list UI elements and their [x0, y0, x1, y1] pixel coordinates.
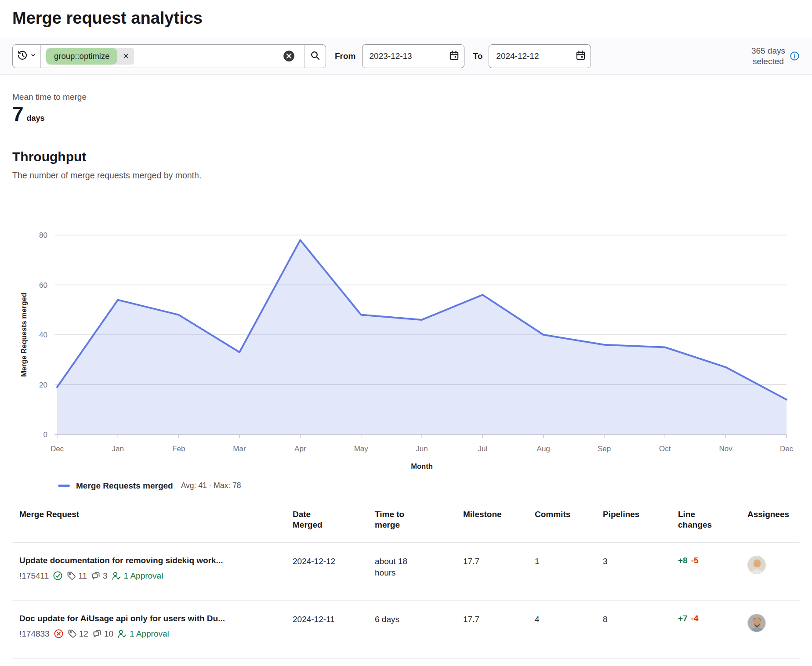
- filter-token-value: group::optimize: [46, 48, 117, 65]
- merge-request-table: Merge Request Date Merged Time to merge …: [12, 509, 800, 659]
- time-to-merge-cell: about 18 hours: [368, 556, 425, 578]
- pipeline-failed-icon[interactable]: [54, 629, 64, 639]
- calendar-icon: [449, 50, 459, 62]
- comments-count: 3: [103, 571, 108, 581]
- date-range-to: To: [473, 44, 591, 68]
- date-merged-cell: 2024-12-12: [286, 556, 368, 567]
- commits-cell: 1: [528, 556, 596, 567]
- assignee-avatar[interactable]: [747, 556, 766, 574]
- svg-text:Dec: Dec: [51, 445, 64, 453]
- svg-text:20: 20: [39, 380, 47, 389]
- column-header-assignees: Assignees: [740, 509, 800, 520]
- column-header-line-changes: Line changes: [671, 509, 724, 531]
- svg-text:60: 60: [39, 281, 47, 289]
- svg-text:Jan: Jan: [112, 445, 124, 453]
- column-header-date-merged: Date Merged: [286, 509, 338, 531]
- pipelines-cell: 3: [596, 556, 671, 567]
- days-selected-line1: 365 days: [751, 46, 785, 55]
- svg-text:Nov: Nov: [719, 445, 733, 453]
- chevron-down-icon: [30, 52, 36, 60]
- chart-legend: Merge Requests merged Avg: 41 · Max: 78: [58, 481, 812, 491]
- to-label: To: [473, 51, 483, 61]
- legend-series-dash: [58, 485, 70, 487]
- time-to-merge-cell: 6 days: [368, 614, 425, 625]
- days-selected: 365 days selected: [751, 46, 800, 67]
- legend-series-label: Merge Requests merged: [76, 481, 173, 491]
- calendar-icon: [576, 50, 586, 62]
- table-row: Update documentation for removing sideki…: [12, 543, 800, 601]
- deletions: -4: [691, 614, 699, 623]
- mean-time-to-merge-metric: Mean time to merge 7 days: [12, 92, 800, 124]
- additions: +8: [678, 556, 688, 565]
- search-button[interactable]: [304, 45, 326, 68]
- metric-value: 7: [12, 104, 24, 124]
- column-header-pipelines: Pipelines: [596, 509, 671, 520]
- svg-text:40: 40: [39, 331, 47, 339]
- svg-text:Jun: Jun: [416, 445, 428, 453]
- svg-text:Feb: Feb: [172, 445, 185, 453]
- column-header-merge-request: Merge Request: [12, 509, 286, 520]
- label-icon: [68, 629, 77, 638]
- table-header-row: Merge Request Date Merged Time to merge …: [12, 509, 800, 543]
- throughput-title: Throughput: [12, 149, 800, 164]
- info-icon[interactable]: [790, 51, 800, 61]
- history-icon: [17, 50, 28, 62]
- from-label: From: [335, 51, 356, 61]
- approvals-link[interactable]: 1 Approval: [117, 629, 169, 639]
- approvals-text: 1 Approval: [130, 629, 169, 639]
- column-header-commits: Commits: [528, 509, 596, 520]
- additions: +7: [678, 614, 688, 623]
- mr-title-link[interactable]: Update documentation for removing sideki…: [19, 556, 286, 565]
- line-changes-cell: +7-4: [671, 614, 740, 623]
- svg-text:Mar: Mar: [233, 445, 246, 453]
- mr-id: !175411: [19, 571, 49, 581]
- svg-text:80: 80: [39, 231, 47, 239]
- approvals-text: 1 Approval: [124, 571, 163, 581]
- throughput-chart: 020406080DecJanFebMarAprMayJunJulAugSepO…: [12, 188, 800, 478]
- search-input[interactable]: [138, 51, 279, 61]
- date-merged-cell: 2024-12-11: [286, 614, 368, 625]
- milestone-cell: 17.7: [456, 614, 528, 625]
- approval-icon: [112, 571, 121, 581]
- mr-title-link[interactable]: Doc update for AiUsage api only for user…: [19, 614, 286, 623]
- token-remove-button[interactable]: [117, 48, 134, 65]
- comments-icon: [91, 571, 101, 581]
- mr-id: !174833: [19, 629, 50, 639]
- filter-bar: group::optimize: [0, 38, 812, 75]
- svg-text:Dec: Dec: [780, 445, 794, 453]
- throughput-section-header: Throughput The number of merge requests …: [12, 149, 800, 181]
- search-icon: [310, 51, 320, 62]
- svg-text:Jul: Jul: [478, 445, 487, 453]
- comments-icon: [92, 629, 102, 639]
- svg-text:Sep: Sep: [598, 445, 611, 453]
- throughput-subtitle: The number of merge requests merged by m…: [12, 170, 800, 181]
- clear-search-button[interactable]: [283, 50, 295, 62]
- comments-count: 10: [104, 629, 113, 639]
- filter-token-label[interactable]: group::optimize: [46, 48, 134, 65]
- metric-unit: days: [27, 114, 45, 123]
- pipeline-passed-icon[interactable]: [53, 571, 63, 581]
- label-icon: [67, 571, 76, 580]
- svg-text:Oct: Oct: [659, 445, 671, 453]
- approvals-link[interactable]: 1 Approval: [112, 571, 163, 581]
- svg-text:0: 0: [44, 431, 47, 439]
- svg-text:Month: Month: [411, 462, 432, 470]
- labels-count: 11: [78, 571, 87, 581]
- column-header-time-to-merge: Time to merge: [368, 509, 420, 531]
- milestone-cell: 17.7: [456, 556, 528, 567]
- line-changes-cell: +8-5: [671, 556, 740, 565]
- assignee-avatar[interactable]: [747, 614, 766, 632]
- legend-series-stats: Avg: 41 · Max: 78: [181, 481, 241, 490]
- search-input-area[interactable]: group::optimize: [41, 45, 304, 68]
- deletions: -5: [691, 556, 699, 565]
- svg-text:Aug: Aug: [537, 445, 550, 453]
- approval-icon: [117, 629, 127, 639]
- page-header: Merge request analytics: [0, 0, 812, 28]
- date-range-from: From: [335, 44, 464, 68]
- search-history-dropdown[interactable]: [13, 45, 41, 68]
- labels-count: 12: [79, 629, 88, 639]
- svg-text:Apr: Apr: [294, 445, 306, 453]
- pipelines-cell: 8: [596, 614, 671, 625]
- page-title: Merge request analytics: [12, 9, 800, 28]
- column-header-milestone: Milestone: [456, 509, 528, 520]
